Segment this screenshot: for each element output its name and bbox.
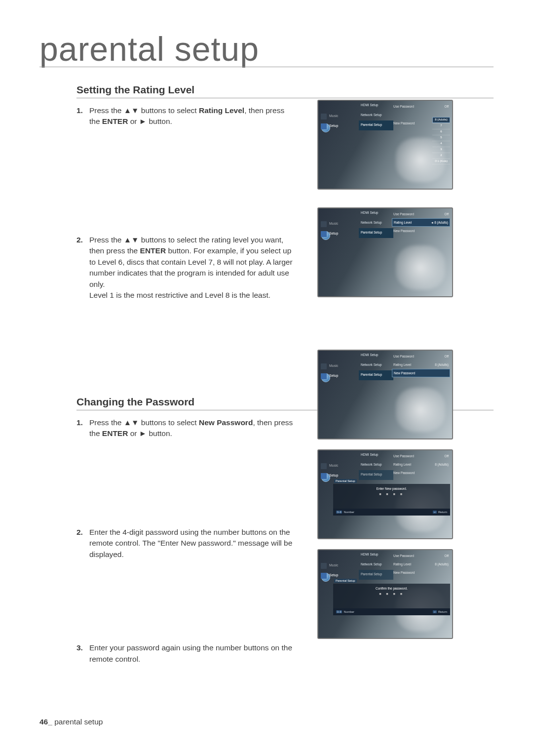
- tab-setup: Setup: [318, 121, 358, 131]
- osd-screenshot-new-password: Music Setup HDMI Setup Network Setup Par…: [317, 350, 453, 439]
- hint-bar: 0~9Number ↩Return: [333, 509, 450, 516]
- confirm-password-modal: Confirm the password. ■ ■ ■ ■: [333, 584, 450, 608]
- enter-password-modal: Enter New password. ■ ■ ■ ■: [333, 484, 450, 509]
- parental-setup-crumb: Parental Setup: [334, 479, 357, 483]
- page-footer: 46_ parental setup: [39, 717, 103, 726]
- osd-screenshot-rating-dropdown: Music Setup HDMI Setup Network Setup Par…: [317, 100, 453, 190]
- title-rule: [39, 67, 494, 67]
- setting-rating-heading: Setting the Rating Level: [76, 84, 494, 98]
- osd-screenshot-rating-selected: Music Setup HDMI Setup Network Setup Par…: [317, 207, 453, 297]
- osd-screenshot-enter-password: Music Setup HDMI Setup Network Setup Par…: [317, 449, 453, 539]
- tab-music: Music: [318, 112, 358, 121]
- page-title: parental setup: [39, 30, 259, 68]
- new-password-row: New Password: [392, 369, 450, 377]
- rating-dropdown: 8 (Adults) 7 6 5 4 3 2 ☑ 1 (Kids): [432, 117, 450, 164]
- osd-screenshot-confirm-password: Music Setup HDMI Setup Network Setup Par…: [317, 549, 453, 639]
- rating-level-row: Rating Level◂ 8 (Adults): [392, 218, 450, 227]
- s2-step3: 3. Enter your password again using the n…: [76, 642, 494, 665]
- menu-parental-setup: Parental Setup: [359, 120, 393, 130]
